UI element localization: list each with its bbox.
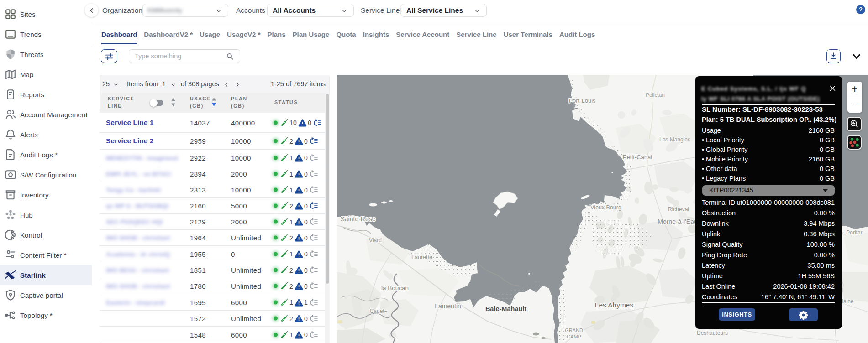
svg-text:Richeval: Richeval	[668, 206, 689, 213]
svg-text:Morne-à-l'Eau: Morne-à-l'Eau	[658, 218, 698, 225]
svg-text:Baie-Mahault: Baie-Mahault	[485, 305, 526, 312]
svg-text:Deshauteurs: Deshauteurs	[697, 330, 728, 336]
svg-text:laine: laine	[842, 298, 854, 305]
svg-text:Cadet–: Cadet–	[370, 308, 388, 314]
svg-text:Lamentin: Lamentin	[435, 302, 461, 310]
svg-text:Les Mangles: Les Mangles	[659, 136, 690, 143]
svg-text:Pelletan: Pelletan	[646, 92, 665, 98]
svg-text:Viard: Viard	[369, 237, 382, 244]
svg-text:Sainte-Rose: Sainte-Rose	[340, 215, 375, 223]
svg-text:la Boucan: la Boucan	[381, 285, 409, 291]
svg-text:Port-Louis: Port-Louis	[568, 97, 596, 104]
svg-text:Porltar: Porltar	[846, 229, 862, 236]
svg-text:GRAND: GRAND	[565, 327, 583, 333]
svg-text:Les Abymes: Les Abymes	[595, 301, 634, 309]
svg-text:CAMP: CAMP	[567, 334, 581, 339]
svg-text:Laurette: Laurette	[411, 254, 432, 260]
svg-text:Petit-Canal: Petit-Canal	[623, 154, 652, 161]
svg-text:Vieux Bourg: Vieux Bourg	[590, 204, 621, 211]
